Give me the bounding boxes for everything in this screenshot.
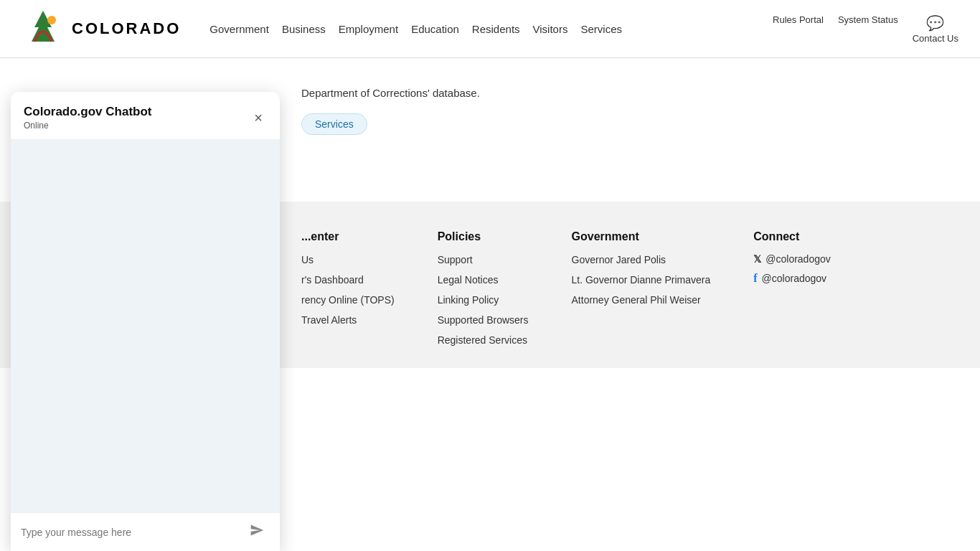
- chatbot-status: Online: [24, 121, 151, 131]
- services-badge[interactable]: Services: [301, 113, 367, 135]
- nav-residents[interactable]: Residents: [472, 23, 520, 35]
- footer-link-travel-alerts[interactable]: Travel Alerts: [301, 314, 395, 326]
- footer-link-twitter[interactable]: 𝕏 @coloradogov: [753, 253, 831, 265]
- twitter-icon: 𝕏: [753, 253, 761, 265]
- chat-bubble-icon: 💬: [926, 14, 944, 32]
- site-header: COLORADO Government Business Employment …: [0, 0, 980, 58]
- footer-link-governor[interactable]: Governor Jared Polis: [572, 253, 711, 266]
- nav-services[interactable]: Services: [580, 23, 622, 35]
- footer-col-connect-heading: Connect: [753, 230, 831, 243]
- footer-col-policies-heading: Policies: [438, 230, 529, 243]
- nav-government[interactable]: Government: [209, 23, 269, 35]
- logo-area[interactable]: COLORADO: [22, 7, 181, 50]
- footer-col-connect-links: 𝕏 @coloradogov f @coloradogov: [753, 253, 831, 285]
- colorado-logo-icon: [22, 7, 65, 50]
- system-status-link-text: System Status: [838, 14, 898, 25]
- footer-col-policies: Policies Support Legal Notices Linking P…: [438, 230, 529, 347]
- header-right: Rules Portal System Status 💬 Contact Us: [773, 14, 958, 44]
- footer-col-government-heading: Government: [572, 230, 711, 243]
- nav-business[interactable]: Business: [282, 23, 326, 35]
- contact-us-link[interactable]: 💬 Contact Us: [913, 14, 958, 44]
- footer-link-lt-governor[interactable]: Lt. Governor Dianne Primavera: [572, 273, 711, 286]
- main-body-text: Department of Corrections' database.: [301, 87, 958, 99]
- chatbot-title-area: Colorado.gov Chatbot Online: [24, 105, 151, 131]
- chatbot-title: Colorado.gov Chatbot: [24, 105, 151, 119]
- main-nav: Government Business Employment Education…: [209, 23, 773, 35]
- contact-us-link-text: Contact Us: [913, 33, 958, 44]
- footer-col-help-center: ...enter Us r's Dashboard rency Online (…: [301, 230, 395, 347]
- footer-link-support[interactable]: Support: [438, 253, 529, 266]
- footer-link-rency-online[interactable]: rency Online (TOPS): [301, 293, 395, 306]
- footer-link-linking-policy[interactable]: Linking Policy: [438, 293, 529, 306]
- rules-portal-link[interactable]: Rules Portal: [773, 14, 824, 25]
- nav-employment[interactable]: Employment: [339, 23, 398, 35]
- facebook-icon: f: [753, 272, 757, 285]
- chatbot-panel: Colorado.gov Chatbot Online ×: [11, 92, 280, 368]
- footer-link-legal-notices[interactable]: Legal Notices: [438, 273, 529, 286]
- footer-col-help-center-heading: ...enter: [301, 230, 395, 243]
- footer-link-us[interactable]: Us: [301, 253, 395, 266]
- svg-point-1: [47, 16, 56, 24]
- nav-education[interactable]: Education: [411, 23, 459, 35]
- footer-col-government: Government Governor Jared Polis Lt. Gove…: [572, 230, 711, 347]
- svg-marker-0: [32, 11, 55, 42]
- logo-text: COLORADO: [72, 19, 181, 38]
- nav-visitors[interactable]: Visitors: [533, 23, 568, 35]
- footer-columns: ...enter Us r's Dashboard rency Online (…: [301, 230, 958, 347]
- chatbot-close-button[interactable]: ×: [250, 108, 267, 128]
- chatbot-body: [11, 140, 280, 368]
- footer-col-connect: Connect 𝕏 @coloradogov f @coloradogov: [753, 230, 831, 347]
- footer-link-registered-services[interactable]: Registered Services: [438, 334, 529, 347]
- facebook-handle: @coloradogov: [762, 273, 827, 284]
- footer-link-attorney-general[interactable]: Attorney General Phil Weiser: [572, 293, 711, 306]
- footer-link-supported-browsers[interactable]: Supported Browsers: [438, 314, 529, 326]
- footer-link-dashboard[interactable]: r's Dashboard: [301, 273, 395, 286]
- footer-link-facebook[interactable]: f @coloradogov: [753, 272, 831, 285]
- chatbot-header: Colorado.gov Chatbot Online ×: [11, 92, 280, 140]
- twitter-handle: @coloradogov: [765, 253, 831, 265]
- system-status-link[interactable]: System Status: [838, 14, 898, 25]
- footer-col-policies-links: Support Legal Notices Linking Policy Sup…: [438, 253, 529, 347]
- rules-portal-link-text: Rules Portal: [773, 14, 824, 25]
- footer-col-government-links: Governor Jared Polis Lt. Governor Dianne…: [572, 253, 711, 306]
- footer-col-help-center-links: Us r's Dashboard rency Online (TOPS) Tra…: [301, 253, 395, 326]
